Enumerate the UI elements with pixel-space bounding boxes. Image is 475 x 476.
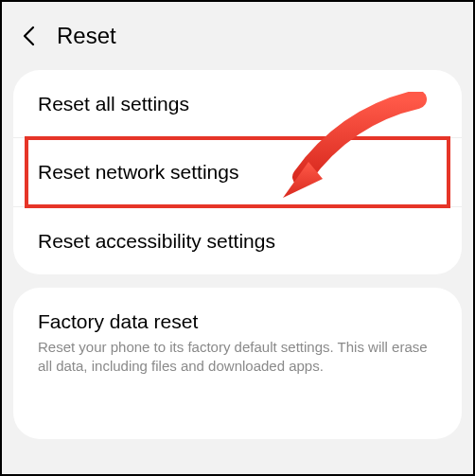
item-label: Reset accessibility settings	[38, 228, 437, 254]
item-subtitle: Reset your phone to its factory default …	[38, 338, 437, 377]
reset-accessibility-settings-item[interactable]: Reset accessibility settings	[13, 207, 462, 274]
back-icon[interactable]	[19, 26, 38, 45]
item-label: Factory data reset	[38, 309, 437, 334]
factory-reset-card: Factory data reset Reset your phone to i…	[13, 288, 462, 439]
reset-all-settings-item[interactable]: Reset all settings	[13, 70, 462, 138]
reset-network-settings-item[interactable]: Reset network settings	[13, 138, 462, 206]
header: Reset	[2, 2, 473, 70]
item-label: Reset all settings	[38, 91, 437, 116]
page-title: Reset	[57, 23, 116, 49]
item-label: Reset network settings	[38, 159, 437, 185]
factory-data-reset-item[interactable]: Factory data reset Reset your phone to i…	[13, 288, 462, 397]
reset-options-card: Reset all settings Reset network setting…	[13, 70, 462, 274]
